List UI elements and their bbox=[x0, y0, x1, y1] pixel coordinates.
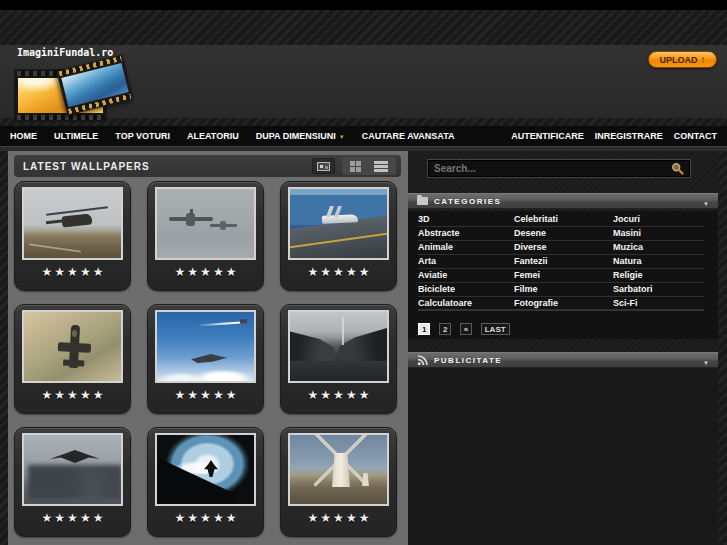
category-link[interactable]: Fotografie bbox=[514, 297, 613, 309]
star-icon[interactable] bbox=[226, 507, 237, 528]
star-icon[interactable] bbox=[80, 261, 91, 282]
star-icon[interactable] bbox=[320, 507, 331, 528]
category-link[interactable]: Femei bbox=[514, 269, 613, 282]
star-icon[interactable] bbox=[226, 384, 237, 405]
star-icon[interactable] bbox=[308, 507, 319, 528]
thumbnail-image[interactable] bbox=[288, 310, 389, 383]
star-icon[interactable] bbox=[226, 261, 237, 282]
category-link[interactable]: Biciclete bbox=[418, 283, 514, 296]
star-icon[interactable] bbox=[67, 261, 78, 282]
category-link[interactable]: Sci-Fi bbox=[613, 297, 704, 309]
thumbnail-image[interactable] bbox=[288, 433, 389, 506]
category-link[interactable]: Calculatoare bbox=[418, 297, 514, 309]
category-link[interactable]: Aviatie bbox=[418, 269, 514, 282]
thumbnail-image[interactable] bbox=[22, 433, 123, 506]
star-icon[interactable] bbox=[320, 261, 331, 282]
thumbnail-image[interactable] bbox=[288, 187, 389, 260]
star-icon[interactable] bbox=[42, 384, 53, 405]
star-icon[interactable] bbox=[213, 261, 224, 282]
star-icon[interactable] bbox=[200, 507, 211, 528]
category-link[interactable]: Celebritati bbox=[514, 213, 613, 226]
list-view-icon[interactable] bbox=[374, 161, 388, 172]
star-icon[interactable] bbox=[200, 384, 211, 405]
site-logo[interactable]: ImaginiFundal.ro bbox=[14, 46, 134, 124]
category-link[interactable]: Masini bbox=[613, 227, 704, 240]
star-icon[interactable] bbox=[333, 507, 344, 528]
search-button[interactable] bbox=[671, 161, 687, 176]
star-icon[interactable] bbox=[346, 261, 357, 282]
star-icon[interactable] bbox=[213, 384, 224, 405]
category-link[interactable]: Desene bbox=[514, 227, 613, 240]
star-icon[interactable] bbox=[93, 507, 104, 528]
category-link[interactable]: Jocuri bbox=[613, 213, 704, 226]
upload-button[interactable]: UPLOAD bbox=[648, 51, 717, 68]
star-icon[interactable] bbox=[175, 507, 186, 528]
wallpaper-card[interactable] bbox=[280, 304, 397, 414]
category-link[interactable]: Diverse bbox=[514, 241, 613, 254]
category-link[interactable]: Arta bbox=[418, 255, 514, 268]
page-button-1[interactable]: 1 bbox=[418, 323, 430, 335]
wallpaper-card[interactable] bbox=[14, 304, 131, 414]
star-icon[interactable] bbox=[333, 261, 344, 282]
star-icon[interactable] bbox=[175, 261, 186, 282]
star-icon[interactable] bbox=[80, 507, 91, 528]
page-button-next[interactable]: » bbox=[460, 323, 472, 335]
star-icon[interactable] bbox=[308, 384, 319, 405]
star-icon[interactable] bbox=[42, 507, 53, 528]
thumbnail-image[interactable] bbox=[155, 187, 256, 260]
wallpaper-card[interactable] bbox=[14, 181, 131, 291]
star-icon[interactable] bbox=[54, 261, 65, 282]
star-icon[interactable] bbox=[308, 261, 319, 282]
wallpaper-card[interactable] bbox=[147, 427, 264, 537]
star-icon[interactable] bbox=[54, 384, 65, 405]
category-link[interactable]: Animale bbox=[418, 241, 514, 254]
nav-item-dupa-dimensiuni[interactable]: DUPA DIMENSIUNI bbox=[256, 131, 345, 141]
category-link[interactable]: Abstracte bbox=[418, 227, 514, 240]
wallpaper-card[interactable] bbox=[147, 304, 264, 414]
nav-item-cautare-avansata[interactable]: CAUTARE AVANSATA bbox=[362, 131, 455, 141]
nav-item-aleatoriu[interactable]: ALEATORIU bbox=[187, 131, 239, 141]
page-button-2[interactable]: 2 bbox=[439, 323, 451, 335]
star-icon[interactable] bbox=[93, 261, 104, 282]
category-link[interactable]: Filme bbox=[514, 283, 613, 296]
star-icon[interactable] bbox=[213, 507, 224, 528]
thumbnail-image[interactable] bbox=[155, 310, 256, 383]
category-link[interactable]: Religie bbox=[613, 269, 704, 282]
nav-item-inregistrare[interactable]: INREGISTRARE bbox=[595, 131, 663, 141]
category-link[interactable]: 3D bbox=[418, 213, 514, 226]
star-icon[interactable] bbox=[333, 384, 344, 405]
star-icon[interactable] bbox=[200, 261, 211, 282]
wallpaper-card[interactable] bbox=[147, 181, 264, 291]
nav-item-top-voturi[interactable]: TOP VOTURI bbox=[115, 131, 170, 141]
star-icon[interactable] bbox=[359, 384, 370, 405]
wallpaper-card[interactable] bbox=[280, 427, 397, 537]
category-link[interactable]: Sarbatori bbox=[613, 283, 704, 296]
star-icon[interactable] bbox=[346, 507, 357, 528]
star-icon[interactable] bbox=[175, 384, 186, 405]
nav-item-ultimele[interactable]: ULTIMELE bbox=[54, 131, 98, 141]
star-icon[interactable] bbox=[320, 384, 331, 405]
star-icon[interactable] bbox=[187, 384, 198, 405]
thumbnail-image[interactable] bbox=[22, 310, 123, 383]
star-icon[interactable] bbox=[187, 261, 198, 282]
star-icon[interactable] bbox=[359, 507, 370, 528]
collapse-arrow-icon[interactable] bbox=[703, 192, 709, 210]
nav-item-home[interactable]: HOME bbox=[10, 131, 37, 141]
categories-panel-header[interactable]: CATEGORIES bbox=[408, 193, 718, 209]
nav-item-contact[interactable]: CONTACT bbox=[674, 131, 717, 141]
category-link[interactable]: Muzica bbox=[613, 241, 704, 254]
star-icon[interactable] bbox=[187, 507, 198, 528]
star-icon[interactable] bbox=[346, 384, 357, 405]
ads-panel-header[interactable]: PUBLICITATE bbox=[408, 352, 718, 368]
star-icon[interactable] bbox=[359, 261, 370, 282]
thumbnail-image[interactable] bbox=[22, 187, 123, 260]
thumbnail-image[interactable] bbox=[155, 433, 256, 506]
page-button-last[interactable]: LAST bbox=[481, 323, 510, 335]
category-link[interactable]: Natura bbox=[613, 255, 704, 268]
star-icon[interactable] bbox=[80, 384, 91, 405]
star-icon[interactable] bbox=[67, 507, 78, 528]
slideshow-view-button[interactable] bbox=[312, 158, 335, 174]
search-input[interactable] bbox=[428, 163, 671, 174]
category-link[interactable]: Fantezii bbox=[514, 255, 613, 268]
star-icon[interactable] bbox=[42, 261, 53, 282]
